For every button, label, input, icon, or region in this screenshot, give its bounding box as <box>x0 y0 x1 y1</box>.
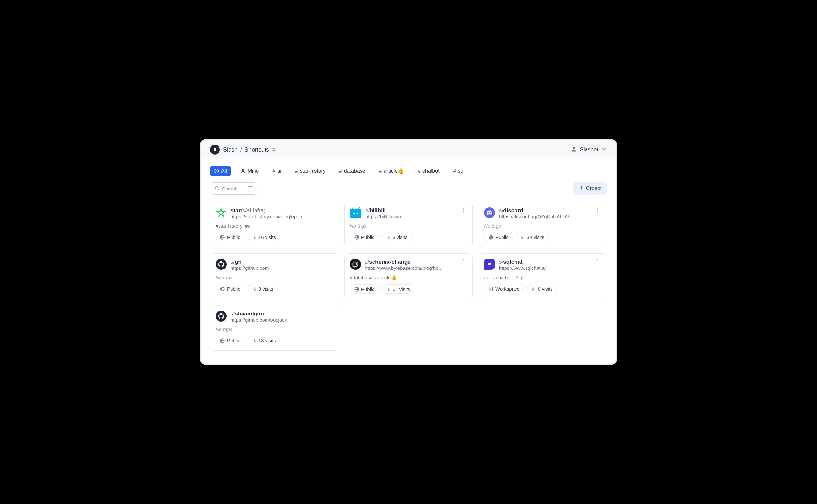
visits-chip[interactable]: 34 visits <box>516 233 548 242</box>
page-name[interactable]: Shortcuts <box>245 146 269 153</box>
visits-chip[interactable]: 18 visits <box>248 336 280 345</box>
visits-label: 51 visits <box>393 286 410 292</box>
card-url[interactable]: https://github.com <box>231 265 321 271</box>
filter-mine[interactable]: Mine <box>237 166 263 176</box>
card-url[interactable]: https://github.com/boojack <box>231 317 321 323</box>
card-title[interactable]: s/discord <box>499 207 589 214</box>
tag[interactable]: #article👍 <box>375 275 397 280</box>
app-name[interactable]: Slash <box>223 146 238 153</box>
filter-label: chatbot <box>422 168 439 174</box>
visibility-chip[interactable]: Public <box>216 233 245 242</box>
chart-icon <box>252 338 257 343</box>
search-input[interactable] <box>222 186 242 191</box>
card-url[interactable]: https://www.sqlchat.ai <box>499 265 589 271</box>
card-menu-button[interactable]: ⋮ <box>593 259 601 265</box>
card-header: s/sqlchathttps://www.sqlchat.ai⋮ <box>484 259 601 271</box>
content: AllMine#ai#star-history#database#article… <box>201 159 616 364</box>
github-icon <box>216 311 227 322</box>
shortcut-grid: star(s/ai-infra)https://star-history.com… <box>210 202 607 351</box>
breadcrumb[interactable]: Slash / Shortcuts <box>210 145 276 155</box>
card-menu-button[interactable]: ⋮ <box>459 207 467 213</box>
tag[interactable]: #star-history <box>216 223 243 229</box>
filter-tag-sql[interactable]: #sql <box>449 166 468 176</box>
visits-chip[interactable]: 3 visits <box>248 284 278 293</box>
visibility-label: Workspace <box>495 286 520 292</box>
chart-icon <box>386 235 391 240</box>
tag[interactable]: #ai <box>245 223 252 229</box>
card-footer: Workspace0 visits <box>484 284 601 293</box>
chart-icon <box>252 287 257 291</box>
card-menu-button[interactable]: ⋮ <box>459 259 467 265</box>
tag[interactable]: #database <box>350 275 373 280</box>
card-menu-button[interactable]: ⋮ <box>325 311 333 317</box>
svg-point-14 <box>490 264 490 264</box>
card-menu-button[interactable]: ⋮ <box>325 259 333 265</box>
visibility-chip[interactable]: Workspace <box>484 284 524 293</box>
svg-point-3 <box>573 147 575 149</box>
card-url[interactable]: https://star-history.com/blog/open-... <box>231 214 321 219</box>
filter-tag-ai[interactable]: #ai <box>269 166 285 176</box>
tag[interactable]: #ai <box>484 275 490 280</box>
search-box[interactable] <box>210 182 257 195</box>
card-title[interactable]: s/stevenlgtm <box>231 311 321 317</box>
shortcut-card[interactable]: s/bilibilihttps://bilibili.com⋮No tagsPu… <box>344 202 473 247</box>
svg-rect-12 <box>488 263 491 266</box>
card-title[interactable]: s/bilibili <box>365 207 455 214</box>
filter-tag-starhistory[interactable]: #star-history <box>291 166 329 176</box>
card-title[interactable]: star(s/ai-infra) <box>231 207 321 214</box>
filter-all[interactable]: All <box>210 166 231 176</box>
card-url[interactable]: https://bilibili.com <box>365 214 455 219</box>
shortcut-card[interactable]: s/ghhttps://github.com⋮No tagsPublic3 vi… <box>210 253 339 299</box>
card-title[interactable]: s/sqlchat <box>499 259 589 265</box>
search-icon <box>214 185 220 192</box>
header: Slash / Shortcuts Slasher <box>201 140 616 159</box>
visibility-chip[interactable]: Public <box>484 233 513 242</box>
tag[interactable]: #chatbot <box>493 275 512 280</box>
filter-tag-chatbot[interactable]: #chatbot <box>414 166 443 176</box>
card-footer: Public3 visits <box>216 284 333 293</box>
app-logo[interactable] <box>210 145 220 155</box>
card-header: s/bilibilihttps://bilibili.com⋮ <box>350 207 467 219</box>
breadcrumb-dropdown-icon[interactable] <box>272 147 276 153</box>
visibility-chip[interactable]: Public <box>350 233 379 242</box>
visibility-chip[interactable]: Public <box>216 284 245 293</box>
filter-settings-icon[interactable] <box>248 185 253 192</box>
shortcut-card[interactable]: s/discordhttps://discord.gg/QZqUuUAhDV⋮N… <box>478 202 607 247</box>
svg-point-0 <box>213 147 218 153</box>
visibility-chip[interactable]: Public <box>350 284 379 294</box>
card-footer: Public3 visits <box>350 233 467 242</box>
visits-chip[interactable]: 16 visits <box>248 233 280 242</box>
filter-tag-database[interactable]: #database <box>335 166 369 176</box>
shortcut-card[interactable]: s/sqlchathttps://www.sqlchat.ai⋮#ai#chat… <box>478 253 607 299</box>
card-header: star(s/ai-infra)https://star-history.com… <box>216 207 333 219</box>
card-title-block: s/stevenlgtmhttps://github.com/boojack <box>231 311 321 323</box>
bilibili-icon <box>350 209 362 218</box>
visits-chip[interactable]: 51 visits <box>382 284 414 294</box>
visits-chip[interactable]: 3 visits <box>382 233 412 242</box>
visits-chip[interactable]: 0 visits <box>527 284 557 293</box>
visibility-chip[interactable]: Public <box>216 336 245 345</box>
card-title[interactable]: s/gh <box>231 259 321 265</box>
filter-label: sql <box>458 168 465 174</box>
create-button[interactable]: Create <box>573 182 607 195</box>
card-title-block: s/sqlchathttps://www.sqlchat.ai <box>499 259 589 271</box>
card-menu-button[interactable]: ⋮ <box>325 207 333 213</box>
visits-label: 18 visits <box>259 338 276 343</box>
user-name: Slasher <box>580 146 598 153</box>
card-url[interactable]: https://discord.gg/QZqUuUAhDV <box>499 214 589 219</box>
visits-label: 3 visits <box>259 286 273 292</box>
filter-tag-article[interactable]: #article👍 <box>375 166 408 176</box>
shortcut-card[interactable]: star(s/ai-infra)https://star-history.com… <box>210 202 339 247</box>
visits-label: 0 visits <box>538 286 553 292</box>
tag[interactable]: #sql <box>514 275 523 280</box>
chevron-down-icon <box>601 146 607 153</box>
card-url[interactable]: https://www.bytebase.com/blog/ho... <box>365 265 455 271</box>
github-icon <box>216 259 227 270</box>
filter-label: database <box>344 168 365 174</box>
shortcut-card[interactable]: s/stevenlgtmhttps://github.com/boojack⋮N… <box>210 305 339 351</box>
shortcut-card[interactable]: s/schema-changehttps://www.bytebase.com/… <box>344 253 473 299</box>
user-menu[interactable]: Slasher <box>570 146 607 154</box>
filter-label: star-history <box>300 168 326 174</box>
card-title[interactable]: s/schema-change <box>365 259 455 265</box>
card-menu-button[interactable]: ⋮ <box>593 207 601 213</box>
